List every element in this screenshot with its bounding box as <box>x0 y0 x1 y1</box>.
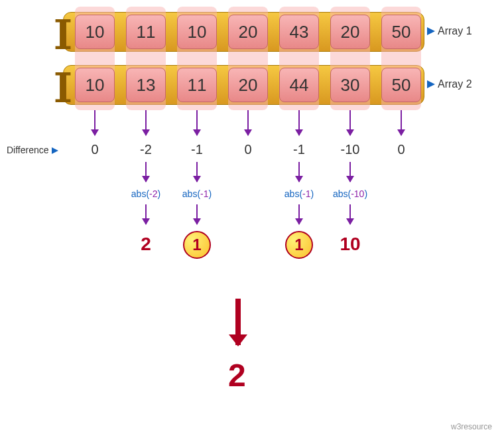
arrow-down-icon <box>94 110 95 135</box>
arrow-down-icon <box>298 110 300 135</box>
difference-value: 0 <box>75 142 115 157</box>
array1-label-row: Array 1 <box>427 25 472 37</box>
arrow-down-icon <box>145 204 147 224</box>
bracket-close-bot: ] <box>55 66 66 103</box>
arrow-right-icon <box>427 80 435 88</box>
arrow-right-icon <box>52 147 58 154</box>
array1-cell: 20 <box>330 15 370 49</box>
abs-expression: abs(-1) <box>279 188 319 199</box>
array1-cell: 10 <box>75 15 115 49</box>
array2-cell: 11 <box>177 68 217 102</box>
arrow-down-icon <box>196 110 198 135</box>
arrow-right-icon <box>427 27 435 35</box>
abs-result-circled: 1 <box>285 231 313 259</box>
array1-cell: 20 <box>228 15 268 49</box>
abs-expression: abs(-2) <box>126 188 166 199</box>
final-result: 2 <box>228 357 246 394</box>
array2-cell: 13 <box>126 68 166 102</box>
array2-label: Array 2 <box>438 78 472 90</box>
difference-label: Difference <box>7 145 49 155</box>
bracket-close-top: ] <box>55 13 66 50</box>
array2-cell: 30 <box>330 68 370 102</box>
arrow-down-icon <box>349 110 351 135</box>
array2-cell: 50 <box>381 68 421 102</box>
arrow-down-icon <box>298 204 300 224</box>
arrow-down-icon <box>196 204 198 224</box>
array2-cell: 44 <box>279 68 319 102</box>
arrow-down-icon <box>349 204 351 224</box>
difference-value: -1 <box>279 142 319 157</box>
arrow-down-icon <box>298 162 300 182</box>
abs-result: 2 <box>126 234 166 255</box>
array2-cell: 10 <box>75 68 115 102</box>
abs-expression: abs(-10) <box>330 188 370 199</box>
array1-label: Array 1 <box>438 25 472 37</box>
final-arrow <box>235 299 241 345</box>
difference-value: 0 <box>228 142 268 157</box>
difference-value: 0 <box>381 142 421 157</box>
array1-cell: 11 <box>126 15 166 49</box>
arrow-down-icon <box>196 162 198 182</box>
arrow-down-icon <box>401 110 402 135</box>
abs-result: 10 <box>330 234 370 255</box>
arrow-down-icon <box>247 110 249 135</box>
diagram-root: [ ] [ ] 1010111310112020434420305050 Arr… <box>0 0 504 438</box>
arrow-down-icon <box>145 110 147 135</box>
abs-result-circled: 1 <box>183 231 211 259</box>
array2-label-row: Array 2 <box>427 78 472 90</box>
difference-value: -1 <box>177 142 217 157</box>
abs-expression: abs(-1) <box>177 188 217 199</box>
difference-value: -10 <box>330 142 370 157</box>
difference-label-row: Difference <box>7 145 61 155</box>
arrow-down-icon <box>349 162 351 182</box>
array1-cell: 10 <box>177 15 217 49</box>
footer-credit: w3resource <box>451 422 492 431</box>
array1-cell: 43 <box>279 15 319 49</box>
array1-cell: 50 <box>381 15 421 49</box>
arrow-down-icon <box>145 162 147 182</box>
difference-value: -2 <box>126 142 166 157</box>
array2-cell: 20 <box>228 68 268 102</box>
